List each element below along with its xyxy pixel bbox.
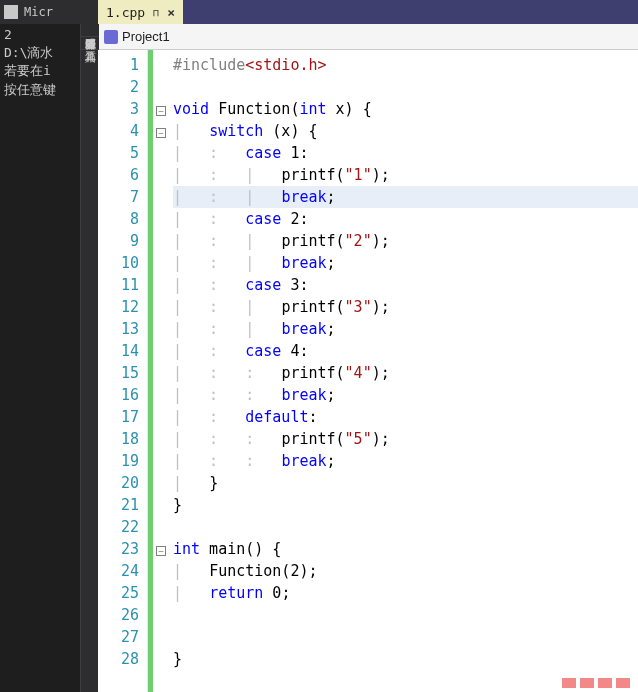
line-number: 24 — [98, 560, 139, 582]
code-line[interactable]: | : default: — [173, 406, 638, 428]
fold-cell — [153, 626, 169, 648]
fold-cell — [153, 208, 169, 230]
code-line[interactable]: | : : break; — [173, 450, 638, 472]
fold-cell — [153, 516, 169, 538]
line-number: 11 — [98, 274, 139, 296]
code-line[interactable]: | : | break; — [173, 186, 638, 208]
code-line[interactable]: | : | break; — [173, 318, 638, 340]
line-number: 1 — [98, 54, 139, 76]
vertical-tab[interactable]: 服务器资源管理器 — [81, 24, 99, 37]
fold-cell — [153, 428, 169, 450]
line-number: 28 — [98, 648, 139, 670]
code-line[interactable]: | switch (x) { — [173, 120, 638, 142]
line-number-gutter: 1234567891011121314151617181920212223242… — [98, 50, 148, 692]
fold-toggle-icon[interactable]: − — [156, 106, 166, 116]
fold-column: −−− — [153, 50, 169, 692]
fold-cell — [153, 340, 169, 362]
fold-cell — [153, 318, 169, 340]
console-panel: 2D:\滴水若要在i按任意键 服务器资源管理器工具箱 — [0, 24, 98, 692]
background-tab[interactable]: Micr — [0, 0, 98, 24]
code-line[interactable]: | : | printf("2"); — [173, 230, 638, 252]
code-line[interactable]: | : case 3: — [173, 274, 638, 296]
fold-cell — [153, 296, 169, 318]
file-tab[interactable]: 1.cpp ⊓ × — [98, 0, 183, 24]
code-line[interactable]: | return 0; — [173, 582, 638, 604]
fold-cell — [153, 362, 169, 384]
fold-cell — [153, 494, 169, 516]
fold-toggle-icon[interactable]: − — [156, 128, 166, 138]
fold-cell — [153, 142, 169, 164]
code-line[interactable]: #include<stdio.h> — [173, 54, 638, 76]
line-number: 20 — [98, 472, 139, 494]
line-number: 19 — [98, 450, 139, 472]
code-line[interactable]: | : | printf("3"); — [173, 296, 638, 318]
fold-cell — [153, 406, 169, 428]
code-line[interactable]: | : case 4: — [173, 340, 638, 362]
pin-icon[interactable]: ⊓ — [153, 7, 159, 18]
project-icon — [104, 30, 118, 44]
fold-cell[interactable]: − — [153, 98, 169, 120]
fold-toggle-icon[interactable]: − — [156, 546, 166, 556]
code-line[interactable]: | Function(2); — [173, 560, 638, 582]
tab-bar: 1.cpp ⊓ × — [98, 0, 638, 24]
fold-cell — [153, 648, 169, 670]
line-number: 8 — [98, 208, 139, 230]
code-line[interactable]: | : : break; — [173, 384, 638, 406]
top-bar: Micr 1.cpp ⊓ × — [0, 0, 638, 24]
project-name: Project1 — [122, 29, 170, 44]
line-number: 17 — [98, 406, 139, 428]
fold-cell — [153, 604, 169, 626]
line-number: 5 — [98, 142, 139, 164]
line-number: 21 — [98, 494, 139, 516]
code-text[interactable]: #include<stdio.h>void Function(int x) {|… — [169, 50, 638, 692]
vertical-tab[interactable]: 工具箱 — [81, 37, 99, 50]
fold-cell[interactable]: − — [153, 538, 169, 560]
code-line[interactable] — [173, 76, 638, 98]
line-number: 4 — [98, 120, 139, 142]
code-line[interactable] — [173, 626, 638, 648]
code-line[interactable]: void Function(int x) { — [173, 98, 638, 120]
code-line[interactable]: | : | printf("1"); — [173, 164, 638, 186]
code-line[interactable]: | : case 1: — [173, 142, 638, 164]
app-title: Micr — [24, 5, 53, 19]
code-line[interactable]: | : | break; — [173, 252, 638, 274]
code-line[interactable] — [173, 604, 638, 626]
line-number: 9 — [98, 230, 139, 252]
code-line[interactable]: int main() { — [173, 538, 638, 560]
artifact-noise — [562, 678, 630, 688]
line-number: 22 — [98, 516, 139, 538]
fold-cell — [153, 186, 169, 208]
fold-cell — [153, 472, 169, 494]
code-line[interactable]: } — [173, 494, 638, 516]
line-number: 27 — [98, 626, 139, 648]
fold-cell — [153, 54, 169, 76]
code-line[interactable]: | : : printf("5"); — [173, 428, 638, 450]
line-number: 25 — [98, 582, 139, 604]
scope-bar[interactable]: Project1 — [98, 24, 638, 50]
code-line[interactable]: | : : printf("4"); — [173, 362, 638, 384]
close-icon[interactable]: × — [167, 5, 175, 20]
code-line[interactable]: | : case 2: — [173, 208, 638, 230]
fold-cell — [153, 582, 169, 604]
line-number: 14 — [98, 340, 139, 362]
fold-cell[interactable]: − — [153, 120, 169, 142]
fold-cell — [153, 560, 169, 582]
fold-cell — [153, 230, 169, 252]
line-number: 3 — [98, 98, 139, 120]
line-number: 26 — [98, 604, 139, 626]
fold-cell — [153, 450, 169, 472]
line-number: 13 — [98, 318, 139, 340]
line-number: 23 — [98, 538, 139, 560]
app-icon — [4, 5, 18, 19]
vertical-tab-strip: 服务器资源管理器工具箱 — [80, 24, 98, 692]
code-container: 1234567891011121314151617181920212223242… — [98, 50, 638, 692]
line-number: 10 — [98, 252, 139, 274]
tab-filename: 1.cpp — [106, 5, 145, 20]
code-line[interactable] — [173, 516, 638, 538]
line-number: 6 — [98, 164, 139, 186]
code-line[interactable]: | } — [173, 472, 638, 494]
code-line[interactable]: } — [173, 648, 638, 670]
main: 2D:\滴水若要在i按任意键 服务器资源管理器工具箱 Project1 1234… — [0, 24, 638, 692]
fold-cell — [153, 384, 169, 406]
line-number: 12 — [98, 296, 139, 318]
